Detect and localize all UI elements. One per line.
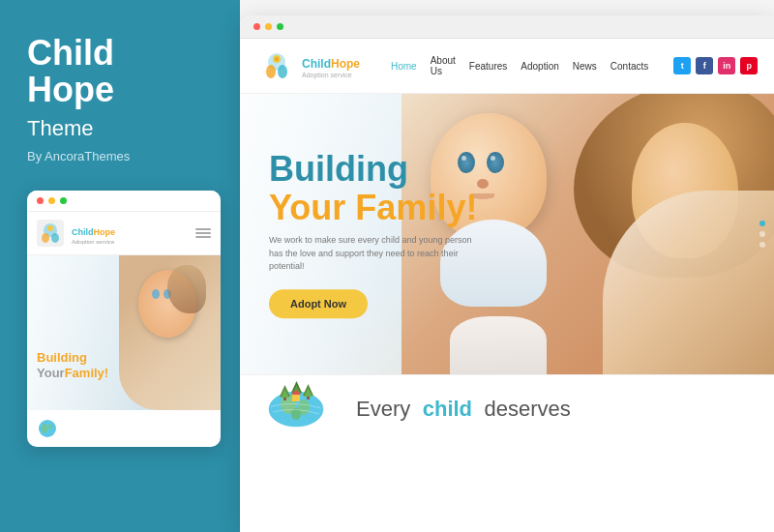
nav-about[interactable]: About Us	[431, 55, 456, 76]
desktop-bottom-section: Every child deserves	[240, 374, 774, 442]
mobile-mockup: ChildHope Adoption service	[27, 191, 221, 447]
deserves-text: deserves	[485, 397, 571, 422]
social-icons: t f in p	[673, 57, 758, 74]
svg-point-3	[47, 225, 53, 231]
mobile-browser-bar	[27, 191, 221, 212]
desktop-hero: Building Your Family! We work to make su…	[240, 94, 774, 374]
twitter-icon[interactable]: t	[673, 57, 691, 74]
mobile-logo-text: ChildHope Adoption service	[72, 222, 115, 245]
pagination-dot-3[interactable]	[759, 242, 765, 248]
nav-contacts[interactable]: Contacts	[610, 61, 648, 72]
svg-point-8	[266, 65, 276, 78]
nav-features[interactable]: Features	[469, 61, 507, 72]
hero-your-family: Your Family!	[269, 189, 482, 227]
mobile-family-text: Family!	[65, 366, 109, 380]
globe-icon-small	[37, 418, 58, 439]
hero-description: We work to make sure every child and you…	[269, 234, 482, 274]
theme-by: By AncoraThemes	[27, 149, 213, 163]
logo-tagline: Adoption service	[302, 72, 360, 78]
logo-child: Child	[302, 57, 331, 71]
every-text: Every	[356, 397, 410, 422]
theme-title: Child Hope Theme By AncoraThemes	[27, 35, 213, 191]
desktop-mockup: ChildHope Adoption service Home About Us…	[240, 15, 774, 532]
hamburger-line	[195, 236, 211, 238]
svg-point-1	[42, 233, 49, 243]
title-child: Child	[27, 33, 114, 73]
hero-your: Your	[269, 188, 345, 227]
dot-green	[277, 23, 283, 30]
dot-yellow	[48, 197, 55, 204]
globe-svg	[259, 366, 332, 433]
mobile-hero-title: Building YourFamily!	[37, 350, 108, 380]
child-emphasis-text: child	[423, 397, 472, 422]
hamburger-line	[195, 228, 211, 230]
theme-subtitle: Theme	[27, 116, 213, 141]
facebook-icon[interactable]: f	[696, 57, 713, 74]
nav-home[interactable]: Home	[391, 61, 417, 72]
mobile-your-text: Your	[37, 366, 65, 380]
nav-news[interactable]: News	[573, 61, 597, 72]
mobile-logo-icon	[37, 220, 64, 247]
instagram-icon[interactable]: in	[718, 57, 735, 74]
mobile-hero-content: Building YourFamily!	[37, 350, 108, 380]
mobile-building-text: Building	[37, 350, 87, 365]
desktop-browser-bar	[240, 15, 774, 39]
dot-green	[60, 197, 67, 204]
svg-point-11	[275, 57, 279, 61]
title-hope: Hope	[27, 70, 114, 109]
mobile-nav: ChildHope Adoption service	[27, 212, 221, 255]
svg-point-2	[51, 233, 59, 243]
mobile-child-text: Child	[72, 227, 94, 237]
mobile-bottom	[27, 410, 221, 447]
dot-red	[37, 197, 44, 204]
desktop-logo: ChildHope Adoption service	[259, 48, 360, 83]
hero-building: Building	[269, 150, 482, 189]
dot-yellow	[265, 23, 272, 30]
pinterest-icon[interactable]: p	[740, 57, 758, 74]
svg-point-5	[42, 424, 47, 433]
hero-content: Building Your Family! We work to make su…	[269, 150, 482, 318]
desktop-nav-links: Home About Us Features Adoption News Con…	[391, 55, 648, 76]
nav-adoption[interactable]: Adoption	[521, 61, 558, 72]
bottom-tagline: Every child deserves	[356, 397, 571, 422]
pagination-dot-2[interactable]	[759, 231, 765, 237]
right-panel: ChildHope Adoption service Home About Us…	[240, 0, 774, 532]
mobile-hope-text: Hope	[94, 227, 116, 237]
hamburger-icon[interactable]	[195, 228, 211, 238]
svg-rect-26	[292, 395, 300, 401]
adopt-now-button[interactable]: Adopt Now	[269, 289, 368, 318]
globe-illustration	[259, 366, 337, 433]
pagination-dot-1[interactable]	[759, 221, 765, 226]
mobile-tagline: Adoption service	[72, 239, 115, 245]
baby-silhouette	[129, 265, 206, 381]
left-panel: Child Hope Theme By AncoraThemes	[0, 0, 240, 532]
logo-hope: Hope	[331, 57, 360, 71]
mobile-hero: Building YourFamily!	[27, 255, 221, 410]
hero-family: Family!	[355, 188, 477, 227]
logo-text: ChildHope Adoption service	[302, 54, 360, 78]
hamburger-line	[195, 232, 211, 234]
dot-red	[253, 23, 260, 30]
pagination-dots	[759, 221, 765, 248]
desktop-nav: ChildHope Adoption service Home About Us…	[240, 39, 774, 94]
logo-icon	[259, 48, 294, 83]
svg-point-9	[278, 65, 287, 78]
svg-point-6	[48, 424, 52, 429]
